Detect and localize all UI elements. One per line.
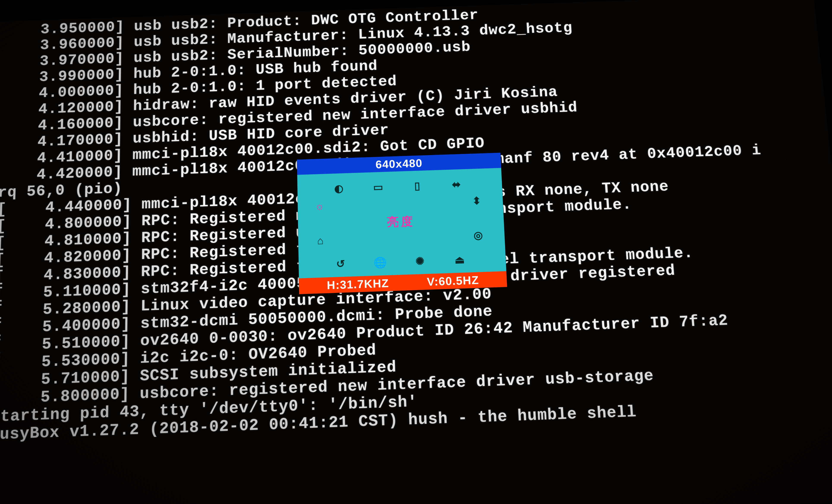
degauss-icon[interactable]: ✺ <box>411 254 429 268</box>
color-temp-icon[interactable]: ◎ <box>469 228 487 242</box>
brightness-icon[interactable]: ☼ <box>311 199 329 213</box>
osd-menu-grid[interactable]: 亮度 ◐▭▯⬌☼⬍⌂◎↺🌐✺⏏ <box>297 168 506 279</box>
hsize-icon[interactable]: ▭ <box>369 180 387 194</box>
osd-vsync-value: V:60.5HZ <box>426 272 479 290</box>
vpos-icon[interactable]: ⬍ <box>468 194 486 207</box>
language-icon[interactable]: 🌐 <box>371 255 389 269</box>
vsize-icon[interactable]: ▯ <box>408 179 426 192</box>
osd-hsync-value: H:31.7KHZ <box>327 275 389 293</box>
contrast-icon[interactable]: ◐ <box>330 181 348 195</box>
hpos-icon[interactable]: ⬌ <box>447 178 465 191</box>
exit-icon[interactable]: ⏏ <box>450 253 468 267</box>
monitor-osd-overlay: 640x480 亮度 ◐▭▯⬌☼⬍⌂◎↺🌐✺⏏ H:31.7KHZ V:60.5… <box>297 153 507 294</box>
recall-icon[interactable]: ↺ <box>332 257 349 271</box>
pincushion-icon[interactable]: ⌂ <box>311 234 329 247</box>
